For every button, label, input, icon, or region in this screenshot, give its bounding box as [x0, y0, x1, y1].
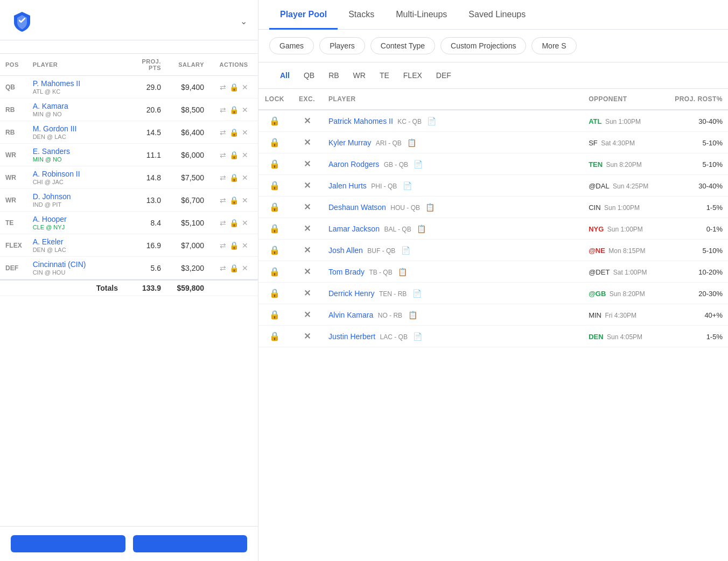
pool-player-name[interactable]: Josh Allen [328, 246, 363, 255]
shuffle-icon[interactable]: ⇄ [220, 173, 226, 182]
pool-exc-icon[interactable]: ✕ [304, 116, 311, 125]
tab-saved-lineups[interactable]: Saved Lineups [458, 0, 536, 30]
remove-icon[interactable]: ✕ [242, 83, 248, 92]
lineup-player-name[interactable]: A. Ekeler [33, 237, 118, 246]
lineup-player-name[interactable]: E. Sanders [33, 147, 118, 156]
pool-note-icon[interactable]: 📄 [403, 181, 412, 190]
shuffle-icon[interactable]: ⇄ [220, 196, 226, 205]
lock-icon[interactable]: 🔒 [229, 264, 239, 272]
pos-filter-flex[interactable]: FLEX [398, 69, 428, 82]
pool-lock-icon[interactable]: 🔒 [269, 246, 280, 255]
shuffle-icon[interactable]: ⇄ [220, 83, 226, 92]
pos-filter-qb[interactable]: QB [298, 69, 320, 82]
pool-exc-icon[interactable]: ✕ [304, 267, 311, 276]
pool-lock-icon[interactable]: 🔒 [269, 138, 280, 147]
tab-multi-lineups[interactable]: Multi-Lineups [385, 0, 458, 30]
remove-icon[interactable]: ✕ [242, 196, 248, 205]
pool-note-icon[interactable]: 📄 [427, 117, 436, 125]
lineup-player-name[interactable]: A. Kamara [33, 102, 118, 110]
pool-note-icon[interactable]: 📋 [407, 138, 416, 147]
pool-lock-icon[interactable]: 🔒 [269, 267, 280, 276]
pos-filter-te[interactable]: TE [374, 69, 395, 82]
shuffle-icon[interactable]: ⇄ [220, 128, 226, 137]
pos-filter-rb[interactable]: RB [323, 69, 344, 82]
filter-games[interactable]: Games [269, 37, 314, 54]
pool-note-icon[interactable]: 📄 [412, 289, 422, 298]
remove-icon[interactable]: ✕ [242, 128, 248, 137]
lineup-player-name[interactable]: M. Gordon III [33, 124, 118, 133]
shuffle-icon[interactable]: ⇄ [220, 219, 226, 227]
pos-filter-wr[interactable]: WR [348, 69, 371, 82]
filter-more[interactable]: More S [531, 37, 576, 54]
tab-player-pool[interactable]: Player Pool [269, 0, 338, 30]
shuffle-icon[interactable]: ⇄ [220, 241, 226, 250]
pool-player-name[interactable]: Alvin Kamara [328, 311, 373, 319]
pool-exc-icon[interactable]: ✕ [304, 138, 311, 147]
pool-player-name[interactable]: Tom Brady [328, 268, 365, 276]
lineup-player-name[interactable]: Cincinnati (CIN) [33, 260, 118, 269]
pool-exc-icon[interactable]: ✕ [304, 246, 311, 255]
pool-lock-icon[interactable]: 🔒 [269, 332, 280, 341]
pool-note-icon[interactable]: 📋 [425, 203, 435, 212]
lineup-player-name[interactable]: D. Johnson [33, 192, 118, 201]
lock-icon[interactable]: 🔒 [229, 241, 239, 250]
lineup-player-name[interactable]: A. Hooper [33, 215, 118, 223]
remove-icon[interactable]: ✕ [242, 219, 248, 227]
tab-stacks[interactable]: Stacks [338, 0, 385, 30]
lock-icon[interactable]: 🔒 [229, 219, 239, 227]
pool-note-icon[interactable]: 📋 [417, 225, 426, 233]
pool-note-icon[interactable]: 📋 [408, 311, 417, 319]
slate-chevron[interactable]: ⌄ [240, 16, 247, 26]
pool-note-icon[interactable]: 📄 [401, 246, 410, 255]
lock-icon[interactable]: 🔒 [229, 83, 239, 92]
pool-note-icon[interactable]: 📋 [398, 268, 407, 276]
lock-icon[interactable]: 🔒 [229, 128, 239, 137]
pos-filter-all[interactable]: All [275, 69, 295, 82]
pool-player-name[interactable]: Patrick Mahomes II [328, 117, 393, 125]
save-lineup-button[interactable] [133, 535, 248, 552]
pool-exc-icon[interactable]: ✕ [304, 224, 311, 233]
lock-icon[interactable]: 🔒 [229, 106, 239, 114]
pool-exc-icon[interactable]: ✕ [304, 289, 311, 298]
filter-tabs: Games Players Contest Type Custom Projec… [258, 30, 728, 62]
filter-custom-projections[interactable]: Custom Projections [440, 37, 526, 54]
pool-lock-icon[interactable]: 🔒 [269, 159, 280, 169]
shuffle-icon[interactable]: ⇄ [220, 151, 226, 159]
optimize-lineup-button[interactable] [11, 535, 125, 552]
pool-exc-icon[interactable]: ✕ [304, 332, 311, 341]
filter-contest-type[interactable]: Contest Type [370, 37, 435, 54]
lock-icon[interactable]: 🔒 [229, 173, 239, 182]
pool-player-name[interactable]: Jalen Hurts [328, 181, 367, 190]
lock-icon[interactable]: 🔒 [229, 196, 239, 205]
pool-player-name[interactable]: Kyler Murray [328, 138, 371, 147]
pool-lock-icon[interactable]: 🔒 [269, 181, 280, 190]
remove-icon[interactable]: ✕ [242, 241, 248, 250]
pool-exc-icon[interactable]: ✕ [304, 202, 311, 212]
pool-exc-icon[interactable]: ✕ [304, 181, 311, 190]
remove-icon[interactable]: ✕ [242, 173, 248, 182]
lock-icon[interactable]: 🔒 [229, 151, 239, 159]
lineup-player-name[interactable]: P. Mahomes II [33, 79, 118, 88]
pool-lock-icon[interactable]: 🔒 [269, 202, 280, 212]
remove-icon[interactable]: ✕ [242, 264, 248, 272]
pool-exc-icon[interactable]: ✕ [304, 159, 311, 169]
pool-note-icon[interactable]: 📄 [414, 160, 423, 169]
remove-icon[interactable]: ✕ [242, 151, 248, 159]
lineup-player-name[interactable]: A. Robinson II [33, 170, 118, 178]
pool-note-icon[interactable]: 📄 [413, 332, 422, 341]
filter-players[interactable]: Players [319, 37, 365, 54]
pool-exc-icon[interactable]: ✕ [304, 310, 311, 319]
pool-lock-icon[interactable]: 🔒 [269, 116, 280, 125]
pool-player-name[interactable]: Justin Herbert [328, 332, 375, 341]
remove-icon[interactable]: ✕ [242, 106, 248, 114]
pool-lock-icon[interactable]: 🔒 [269, 289, 280, 298]
pool-player-name[interactable]: Lamar Jackson [328, 225, 380, 233]
pool-player-name[interactable]: Deshaun Watson [328, 203, 386, 212]
pool-player-name[interactable]: Derrick Henry [328, 289, 375, 298]
pool-lock-icon[interactable]: 🔒 [269, 310, 280, 319]
pool-lock-icon[interactable]: 🔒 [269, 224, 280, 233]
pos-filter-def[interactable]: DEF [431, 69, 457, 82]
pool-player-name[interactable]: Aaron Rodgers [328, 160, 379, 169]
shuffle-icon[interactable]: ⇄ [220, 264, 226, 272]
shuffle-icon[interactable]: ⇄ [220, 106, 226, 114]
